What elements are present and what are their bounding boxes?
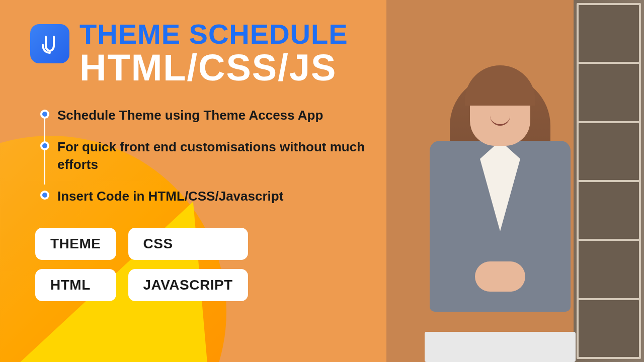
list-item: Schedule Theme using Theme Access App <box>40 107 366 124</box>
title-line-1: THEME SCHEDULE <box>79 20 366 48</box>
title-line-2: HTML/CSS/JS <box>79 49 366 86</box>
left-panel: THEME SCHEDULE HTML/CSS/JS Schedule Them… <box>0 0 386 362</box>
feature-text: For quick front end customisations witho… <box>57 138 366 173</box>
hair-front <box>465 65 535 106</box>
tag-javascript: JAVASCRIPT <box>128 269 248 301</box>
header-block: THEME SCHEDULE HTML/CSS/JS <box>30 20 366 86</box>
laptop <box>425 332 576 362</box>
smile <box>490 116 510 126</box>
person-illustration <box>415 50 586 362</box>
tag-css: CSS <box>128 228 248 260</box>
right-panel <box>386 0 644 362</box>
list-item: Insert Code in HTML/CSS/Javascript <box>40 188 366 205</box>
hands <box>475 261 525 292</box>
app-logo-icon <box>30 24 69 63</box>
list-item: For quick front end customisations witho… <box>40 138 366 173</box>
blazer-lapel <box>480 141 520 231</box>
title-block: THEME SCHEDULE HTML/CSS/JS <box>79 20 366 86</box>
window-pane <box>577 3 641 359</box>
feature-text: Insert Code in HTML/CSS/Javascript <box>57 188 283 205</box>
promo-banner: THEME SCHEDULE HTML/CSS/JS Schedule Them… <box>0 0 644 362</box>
tag-grid: THEME CSS HTML JAVASCRIPT <box>35 228 248 301</box>
tag-html: HTML <box>35 269 116 301</box>
feature-list: Schedule Theme using Theme Access App Fo… <box>40 107 366 205</box>
feature-text: Schedule Theme using Theme Access App <box>57 107 323 124</box>
tag-theme: THEME <box>35 228 116 260</box>
bullet-icon <box>40 141 49 150</box>
content-area: THEME SCHEDULE HTML/CSS/JS Schedule Them… <box>30 20 366 301</box>
blazer <box>430 141 571 312</box>
connector-line <box>44 149 45 185</box>
bullet-icon <box>40 191 49 200</box>
bullet-icon <box>40 110 49 119</box>
